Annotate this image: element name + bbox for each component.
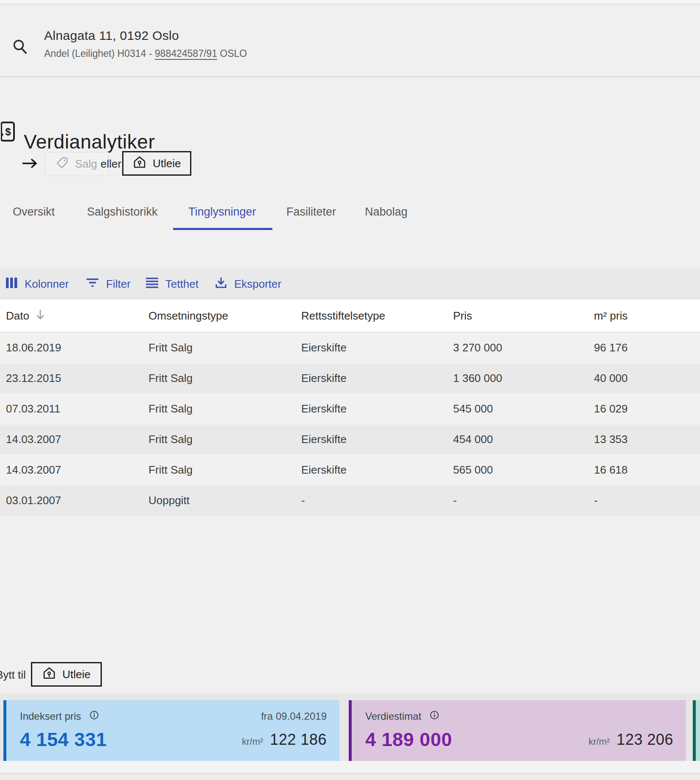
cell-omsetningstype: Fritt Salg <box>148 372 301 385</box>
density-icon <box>146 277 158 292</box>
house-key-icon <box>42 666 56 683</box>
cell-m2-pris: 16 618 <box>594 463 700 477</box>
rent-mode-label: Utleie <box>153 157 181 170</box>
download-icon <box>215 277 227 292</box>
columns-button[interactable]: Kolonner <box>6 277 69 292</box>
column-header-pris[interactable]: Pris <box>453 309 594 323</box>
tab-salgshistorikk[interactable]: Salgshistorikk <box>87 205 158 219</box>
column-header-omsetningstype[interactable]: Omsetningstype <box>148 309 301 323</box>
switch-mode-row: Bytt til Utleie <box>0 660 700 687</box>
filter-label: Filter <box>106 278 131 291</box>
cell-rettsstiftelsetype: Eierskifte <box>301 433 453 446</box>
switch-rent-label: Utleie <box>62 668 90 681</box>
cell-rettsstiftelsetype: Eierskifte <box>301 463 453 477</box>
sort-desc-icon[interactable] <box>35 309 45 323</box>
tab-nabolag[interactable]: Nabolag <box>365 205 408 219</box>
summary-band: Indeksert pris fra 09.04.2019 4 154 331 … <box>0 693 700 761</box>
sale-mode-button[interactable]: Salg <box>45 152 109 176</box>
export-button[interactable]: Eksporter <box>215 277 281 292</box>
value-analyzer-icon: $ <box>1 121 15 143</box>
cell-pris: 545 000 <box>453 402 594 415</box>
indexed-unit-label: kr/m² <box>242 736 263 747</box>
filter-button[interactable]: Filter <box>86 277 131 291</box>
indexed-unit-value: 122 186 <box>270 731 327 749</box>
value-estimate-value: 4 189 000 <box>365 729 452 751</box>
indexed-price-card: Indeksert pris fra 09.04.2019 4 154 331 … <box>3 700 339 761</box>
tab-bar: Oversikt Salgshistorikk Tinglysninger Fa… <box>0 199 700 238</box>
svg-text:$: $ <box>5 126 11 137</box>
property-subtitle: Andel (Leilighet) H0314 - 988424587/91 O… <box>44 48 247 59</box>
cell-m2-pris: 13 353 <box>594 433 700 446</box>
page-title: Verdianalytiker <box>24 130 155 153</box>
cell-m2-pris: 16 029 <box>594 402 700 415</box>
estimate-unit-value: 123 206 <box>616 731 673 749</box>
indexed-price-label: Indeksert pris <box>20 710 81 722</box>
density-button[interactable]: Tetthet <box>146 277 199 292</box>
table-toolbar: Kolonner Filter Tetthet <box>0 269 700 300</box>
verdianalytiker-page: Alnagata 11, 0192 Oslo Andel (Leilighet)… <box>0 0 700 780</box>
house-key-icon <box>133 155 146 172</box>
rent-mode-button[interactable]: Utleie <box>122 151 191 176</box>
tab-oversikt[interactable]: Oversikt <box>13 205 55 219</box>
property-search-bar[interactable]: Alnagata 11, 0192 Oslo Andel (Leilighet)… <box>0 5 700 77</box>
mode-selector-row: Salg eller Utleie <box>0 151 700 177</box>
property-type: Andel (Leilighet) H0314 - <box>44 48 155 59</box>
cell-pris: 454 000 <box>453 433 594 446</box>
filter-icon <box>86 277 99 291</box>
value-estimate-card: Verdiestimat 4 189 000 kr/m² 123 206 <box>349 700 686 761</box>
table-row: 14.03.2007 Fritt Salg Eierskifte 454 000… <box>0 424 700 455</box>
table-row: 14.03.2007 Fritt Salg Eierskifte 565 000… <box>0 455 700 485</box>
column-header-dato[interactable]: Dato <box>6 309 148 323</box>
cell-m2-pris: 96 176 <box>594 341 700 354</box>
indexed-price-value: 4 154 331 <box>20 729 107 751</box>
density-label: Tetthet <box>165 278 199 291</box>
cadastre-link[interactable]: 988424587/91 <box>155 48 217 59</box>
cell-dato: 18.06.2019 <box>6 341 148 354</box>
transactions-table: Dato Omsetningstype Rettsstiftelsetype P… <box>0 300 700 516</box>
columns-label: Kolonner <box>25 278 69 291</box>
sale-mode-label: Salg <box>75 157 97 171</box>
clipped-next-card <box>693 700 700 761</box>
table-row: 03.01.2007 Uoppgitt - - - <box>0 485 700 516</box>
bottom-strip <box>0 774 700 780</box>
bottom-strip <box>0 761 700 774</box>
cell-rettsstiftelsetype: Eierskifte <box>301 402 453 415</box>
info-icon[interactable] <box>430 710 439 722</box>
export-label: Eksporter <box>234 278 281 291</box>
property-city: OSLO <box>220 48 247 59</box>
info-icon[interactable] <box>90 710 99 722</box>
cell-dato: 14.03.2007 <box>6 433 148 446</box>
search-icon[interactable] <box>12 39 30 61</box>
cell-rettsstiftelsetype: Eierskifte <box>301 341 453 354</box>
table-row: 23.12.2015 Fritt Salg Eierskifte 1 360 0… <box>0 363 700 393</box>
column-header-m2-pris[interactable]: m² pris <box>594 309 700 323</box>
top-strip <box>0 0 700 4</box>
cell-m2-pris: - <box>594 494 700 507</box>
table-header-row: Dato Omsetningstype Rettsstiftelsetype P… <box>0 300 700 332</box>
switch-label: Bytt til <box>0 668 26 682</box>
arrow-right-icon <box>22 158 38 171</box>
indexed-from-date: fra 09.04.2019 <box>261 710 327 722</box>
tag-icon <box>56 156 69 172</box>
estimate-unit-label: kr/m² <box>588 736 610 747</box>
cell-m2-pris: 40 000 <box>594 372 700 385</box>
tab-fasiliteter[interactable]: Fasiliteter <box>286 205 336 219</box>
value-estimate-label: Verdiestimat <box>365 710 421 722</box>
cell-pris: 3 270 000 <box>453 341 594 354</box>
cell-omsetningstype: Fritt Salg <box>148 402 301 415</box>
tab-tinglysninger[interactable]: Tinglysninger <box>188 205 256 219</box>
cell-dato: 07.03.2011 <box>6 402 148 415</box>
cell-dato: 03.01.2007 <box>6 494 148 507</box>
table-row: 07.03.2011 Fritt Salg Eierskifte 545 000… <box>0 393 700 424</box>
switch-to-rent-button[interactable]: Utleie <box>31 662 102 687</box>
cell-dato: 23.12.2015 <box>6 372 148 385</box>
column-header-rettsstiftelsetype[interactable]: Rettsstiftelsetype <box>301 309 453 323</box>
active-tab-underline <box>173 228 272 230</box>
cell-omsetningstype: Fritt Salg <box>148 341 301 354</box>
cell-pris: - <box>453 494 594 507</box>
cell-omsetningstype: Fritt Salg <box>148 463 301 477</box>
cell-omsetningstype: Uoppgitt <box>148 494 301 507</box>
columns-icon <box>6 277 17 292</box>
cell-rettsstiftelsetype: - <box>301 494 453 507</box>
or-label: eller <box>101 157 121 171</box>
